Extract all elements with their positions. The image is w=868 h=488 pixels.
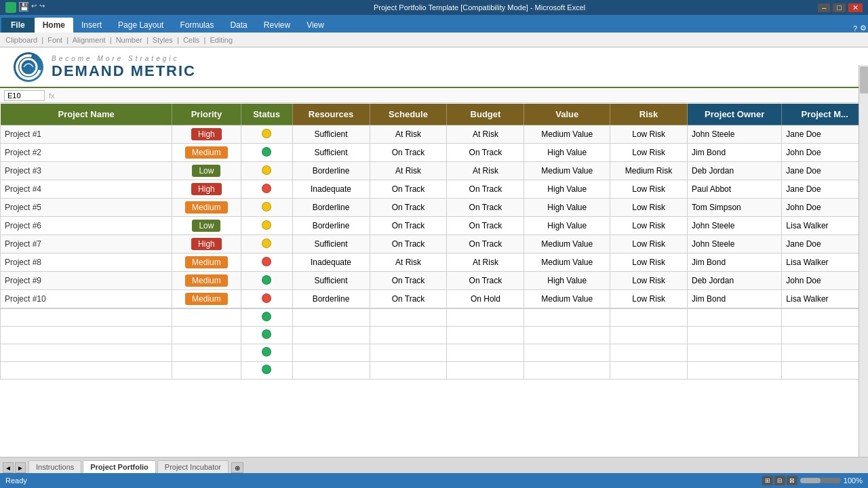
cell-status[interactable] bbox=[241, 235, 292, 253]
cell-schedule[interactable]: At Risk bbox=[370, 125, 447, 144]
table-row[interactable]: Project #1 High Sufficient At Risk At Ri… bbox=[1, 125, 868, 144]
empty-schedule-cell[interactable] bbox=[370, 327, 447, 344]
cell-project-name[interactable]: Project #4 bbox=[1, 180, 172, 199]
cell-value[interactable]: Medium Value bbox=[524, 162, 610, 180]
minimize-btn[interactable]: – bbox=[818, 3, 830, 12]
empty-resources-cell[interactable] bbox=[292, 344, 370, 362]
empty-owner-cell[interactable] bbox=[688, 309, 782, 327]
cell-risk[interactable]: Low Risk bbox=[610, 144, 688, 162]
cell-budget[interactable]: At Risk bbox=[447, 253, 524, 272]
tab-home[interactable]: Home bbox=[35, 18, 73, 33]
empty-risk-cell[interactable] bbox=[610, 327, 688, 344]
cell-budget[interactable]: On Track bbox=[447, 144, 524, 162]
new-sheet-btn[interactable]: ⊕ bbox=[231, 462, 243, 473]
empty-risk-cell[interactable] bbox=[610, 344, 688, 362]
cell-resources[interactable]: Borderline bbox=[292, 217, 370, 235]
table-row[interactable]: Project #9 Medium Sufficient On Track On… bbox=[1, 272, 868, 290]
cell-resources[interactable]: Borderline bbox=[292, 199, 370, 217]
cell-resources[interactable]: Sufficient bbox=[292, 125, 370, 144]
cell-risk[interactable]: Low Risk bbox=[610, 253, 688, 272]
save-icon[interactable]: 💾 bbox=[19, 2, 28, 12]
tab-view[interactable]: View bbox=[298, 18, 332, 33]
cell-owner[interactable]: Deb Jordan bbox=[688, 272, 782, 290]
cell-owner[interactable]: John Steele bbox=[688, 217, 782, 235]
empty-budget-cell[interactable] bbox=[447, 344, 524, 362]
cell-status[interactable] bbox=[241, 199, 292, 217]
cell-owner[interactable]: Deb Jordan bbox=[688, 162, 782, 180]
th-priority[interactable]: Priority bbox=[172, 104, 241, 125]
cell-resources[interactable]: Borderline bbox=[292, 162, 370, 180]
cell-manager[interactable]: Jane Doe bbox=[782, 162, 868, 180]
cell-manager[interactable]: John Doe bbox=[782, 144, 868, 162]
tab-page-layout[interactable]: Page Layout bbox=[110, 18, 172, 33]
cell-project-name[interactable]: Project #3 bbox=[1, 162, 172, 180]
sheet-prev-btn[interactable]: ◄ bbox=[3, 462, 14, 473]
cell-priority[interactable]: Medium bbox=[172, 144, 241, 162]
sheet-tab-incubator[interactable]: Project Incubator bbox=[157, 460, 229, 473]
page-break-btn[interactable]: ⊠ bbox=[787, 476, 797, 485]
tab-formulas[interactable]: Formulas bbox=[172, 18, 222, 33]
cell-priority[interactable]: Medium bbox=[172, 199, 241, 217]
cell-manager[interactable]: John Doe bbox=[782, 272, 868, 290]
empty-schedule-cell[interactable] bbox=[370, 344, 447, 362]
page-view-btn[interactable]: ⊟ bbox=[774, 476, 785, 485]
cell-budget[interactable]: On Track bbox=[447, 272, 524, 290]
cell-value[interactable]: Medium Value bbox=[524, 125, 610, 144]
empty-name-cell[interactable] bbox=[1, 362, 172, 380]
cell-manager[interactable]: Jane Doe bbox=[782, 180, 868, 199]
cell-budget[interactable]: At Risk bbox=[447, 125, 524, 144]
cell-value[interactable]: Medium Value bbox=[524, 235, 610, 253]
cell-schedule[interactable]: On Track bbox=[370, 199, 447, 217]
cell-owner[interactable]: Tom Simpson bbox=[688, 199, 782, 217]
cell-manager[interactable]: Jane Doe bbox=[782, 235, 868, 253]
cell-resources[interactable]: Sufficient bbox=[292, 144, 370, 162]
empty-manager-cell[interactable] bbox=[782, 362, 868, 380]
empty-name-cell[interactable] bbox=[1, 309, 172, 327]
redo-btn[interactable]: ↪ bbox=[39, 2, 45, 13]
scrollbar-thumb[interactable] bbox=[860, 66, 868, 94]
cell-resources[interactable]: Borderline bbox=[292, 290, 370, 308]
cell-value[interactable]: High Value bbox=[524, 199, 610, 217]
cell-manager[interactable]: Lisa Walker bbox=[782, 217, 868, 235]
cell-priority[interactable]: High bbox=[172, 235, 241, 253]
cell-budget[interactable]: At Risk bbox=[447, 162, 524, 180]
cell-priority[interactable]: Medium bbox=[172, 253, 241, 272]
table-row[interactable]: Project #3 Low Borderline At Risk At Ris… bbox=[1, 162, 868, 180]
cell-project-name[interactable]: Project #7 bbox=[1, 235, 172, 253]
tab-file[interactable]: File bbox=[1, 18, 35, 33]
empty-priority-cell[interactable] bbox=[172, 362, 241, 380]
cell-risk[interactable]: Low Risk bbox=[610, 180, 688, 199]
cell-project-name[interactable]: Project #8 bbox=[1, 253, 172, 272]
extra-status-cell[interactable] bbox=[241, 309, 292, 327]
cell-resources[interactable]: Inadequate bbox=[292, 253, 370, 272]
th-value[interactable]: Value bbox=[524, 104, 610, 125]
cell-reference[interactable] bbox=[4, 90, 45, 101]
cell-manager[interactable]: Lisa Walker bbox=[782, 253, 868, 272]
empty-value-cell[interactable] bbox=[524, 362, 610, 380]
cell-schedule[interactable]: On Track bbox=[370, 272, 447, 290]
cell-priority[interactable]: Medium bbox=[172, 290, 241, 308]
cell-risk[interactable]: Low Risk bbox=[610, 235, 688, 253]
cell-status[interactable] bbox=[241, 253, 292, 272]
extra-status-cell[interactable] bbox=[241, 362, 292, 380]
cell-priority[interactable]: Low bbox=[172, 162, 241, 180]
vertical-scrollbar[interactable] bbox=[859, 65, 868, 457]
table-row[interactable]: Project #10 Medium Borderline On Track O… bbox=[1, 290, 868, 308]
th-manager[interactable]: Project M... bbox=[782, 104, 868, 125]
empty-budget-cell[interactable] bbox=[447, 309, 524, 327]
cell-resources[interactable]: Sufficient bbox=[292, 272, 370, 290]
empty-name-cell[interactable] bbox=[1, 344, 172, 362]
cell-owner[interactable]: Paul Abbot bbox=[688, 180, 782, 199]
cell-risk[interactable]: Medium Risk bbox=[610, 162, 688, 180]
cell-project-name[interactable]: Project #2 bbox=[1, 144, 172, 162]
th-schedule[interactable]: Schedule bbox=[370, 104, 447, 125]
empty-resources-cell[interactable] bbox=[292, 309, 370, 327]
maximize-btn[interactable]: □ bbox=[833, 3, 846, 12]
empty-schedule-cell[interactable] bbox=[370, 362, 447, 380]
cell-status[interactable] bbox=[241, 217, 292, 235]
cell-owner[interactable]: John Steele bbox=[688, 125, 782, 144]
cell-manager[interactable]: John Doe bbox=[782, 199, 868, 217]
cell-budget[interactable]: On Track bbox=[447, 235, 524, 253]
tab-data[interactable]: Data bbox=[222, 18, 255, 33]
undo-btn[interactable]: ↩ bbox=[31, 2, 37, 13]
